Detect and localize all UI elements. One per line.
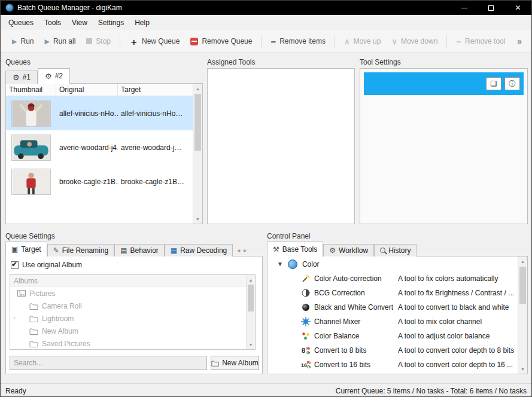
assigned-tools-list[interactable] [207, 68, 355, 224]
tab-history-label: History [388, 246, 411, 255]
table-row[interactable]: brooke-cagle-z1B… brooke-cagle-z1B… [6, 164, 202, 198]
album-search-row: New Album [10, 356, 259, 370]
album-item-lightroom[interactable]: › Lightroom [10, 312, 255, 325]
toolbar-separator [120, 35, 120, 48]
tool-description: A tool to mix color channel [398, 317, 518, 326]
queue-tab-2-label: #2 [55, 72, 63, 80]
tools-list-scrollbar[interactable]: ▲ ▼ [518, 256, 527, 374]
tab-raw-decoding[interactable]: ▦ Raw Decoding [165, 244, 233, 256]
expander-icon[interactable]: › [13, 314, 16, 321]
tab-base-tools[interactable]: ⚒ Base Tools [267, 242, 323, 257]
move-up-button[interactable]: ∧ Move up [339, 34, 387, 48]
scroll-down-arrow[interactable]: ▼ [193, 214, 202, 224]
scroll-up-arrow[interactable]: ▲ [518, 256, 527, 266]
tool-channel-mixer[interactable]: Channel Mixer A tool to mix color channe… [267, 314, 518, 329]
scroll-up-arrow[interactable]: ▲ [247, 275, 255, 285]
new-queue-button[interactable]: ＋ New Queue [124, 34, 185, 49]
tab-history[interactable]: History [374, 244, 417, 256]
table-row[interactable]: allef-vinicius-nHo… allef-vinicius-nHo… [6, 96, 202, 130]
albums-scrollbar[interactable]: ▲ ▼ [246, 275, 255, 349]
tab-behavior-label: Behavior [130, 246, 158, 255]
tab-target-label: Target [21, 245, 41, 254]
column-header-thumbnail[interactable]: Thumbnail [6, 84, 56, 96]
close-button[interactable]: ✕ [504, 1, 531, 15]
menu-settings[interactable]: Settings [93, 16, 129, 29]
new-album-button[interactable]: New Album [211, 356, 259, 370]
queue-table-scrollbar[interactable]: ▲ ▼ [193, 84, 202, 224]
tab-scroll-right-button[interactable]: ▸ [242, 247, 248, 254]
album-item-pictures[interactable]: Pictures [10, 287, 255, 300]
maximize-button[interactable] [478, 1, 504, 15]
scroll-down-arrow[interactable]: ▼ [247, 340, 255, 349]
tool-color-balance[interactable]: Color Balance A tool to adjust color bal… [267, 329, 518, 343]
album-item-camera-roll[interactable]: Camera Roll [10, 300, 255, 312]
tool-black-white-convert[interactable]: Black and White Convert A tool to conver… [267, 300, 518, 314]
scrollbar-thumb[interactable] [519, 267, 526, 304]
photo-thumbnail-1 [11, 100, 51, 127]
remove-queue-button[interactable]: Remove Queue [185, 34, 257, 48]
remove-tool-button[interactable]: − Remove tool [451, 34, 510, 49]
column-header-target[interactable]: Target [118, 84, 184, 96]
minimize-icon [461, 8, 467, 8]
tab-scroll-arrows: ◂ ▸ [235, 244, 248, 256]
album-item-saved-pictures[interactable]: Saved Pictures [10, 337, 255, 350]
scroll-up-arrow[interactable]: ▲ [193, 84, 202, 93]
minus-icon: − [456, 37, 461, 46]
queue-tab-2[interactable]: ⚙ #2 [38, 68, 70, 84]
menu-help[interactable]: Help [129, 16, 155, 29]
move-up-label: Move up [353, 37, 381, 45]
tool-convert-8-bits[interactable]: 8 R G Convert to 8 bits A tool to conver… [267, 343, 518, 358]
tab-behavior[interactable]: ▤ Behavior [114, 244, 165, 256]
play-all-icon: ▶ [44, 38, 49, 45]
info-button[interactable]: ⓘ [504, 77, 520, 90]
convert-8-bits-icon: 8 R G [301, 346, 311, 355]
tool-name: Channel Mixer [314, 317, 394, 326]
target-filename: allef-vinicius-nHo… [118, 109, 184, 118]
tab-target[interactable]: ▣ Target [5, 242, 47, 257]
tools-tree: ▼ Color Color Auto-correction A tool to … [267, 256, 518, 374]
menu-tools[interactable]: Tools [39, 16, 66, 29]
use-original-album-checkbox[interactable]: ✔ [11, 261, 19, 269]
tool-settings-panel: ❏ ⓘ [360, 68, 528, 224]
tool-description: A tool to fix colors automatically [398, 274, 518, 283]
gear-icon: ⚙ [13, 74, 20, 81]
minimize-button[interactable] [451, 1, 478, 15]
scroll-down-arrow[interactable]: ▼ [518, 364, 527, 374]
menu-view[interactable]: View [66, 16, 93, 29]
color-balance-icon [301, 331, 311, 341]
chevron-down-icon: ∨ [391, 38, 397, 45]
use-original-album-row[interactable]: ✔ Use original Album [11, 261, 82, 269]
tab-workflow[interactable]: ⚙ Workflow [323, 244, 374, 256]
run-all-label: Run all [53, 37, 75, 45]
tab-scroll-left-button[interactable]: ◂ [235, 247, 242, 254]
folder-icon [29, 315, 38, 322]
expander-down-icon[interactable]: ▼ [277, 261, 283, 267]
table-row[interactable]: averie-woodard-j4… averie-woodard-j… [6, 130, 202, 164]
category-color[interactable]: ▼ Color [267, 256, 518, 271]
remove-items-button[interactable]: − Remove items [265, 34, 330, 49]
album-item-new-album[interactable]: New Album [10, 325, 255, 337]
run-button[interactable]: ▶ Run [7, 34, 39, 48]
tool-bcg-correction[interactable]: BCG Correction A tool to fix Brightness … [267, 286, 518, 300]
search-input[interactable] [10, 356, 207, 370]
tab-base-tools-label: Base Tools [282, 245, 317, 254]
tool-color-auto-correction[interactable]: Color Auto-correction A tool to fix colo… [267, 271, 518, 286]
column-header-original[interactable]: Original [56, 84, 118, 96]
run-all-button[interactable]: ▶ Run all [39, 34, 81, 48]
tool-description-button[interactable]: ❏ [486, 77, 501, 90]
menubar: Queues Tools View Settings Help [1, 15, 531, 30]
stop-button[interactable]: Stop [81, 34, 116, 48]
tab-file-renaming[interactable]: ✎ File Renaming [47, 244, 114, 256]
toolbar-overflow-button[interactable]: » [513, 34, 525, 48]
new-folder-icon [211, 360, 219, 367]
tool-name: Color Auto-correction [314, 274, 394, 283]
queue-tab-1[interactable]: ⚙ #1 [5, 71, 38, 84]
scrollbar-thumb[interactable] [248, 285, 254, 312]
tool-description: A tool to fix Brightness / Contrast / ..… [398, 289, 518, 297]
scrollbar-thumb[interactable] [194, 94, 201, 151]
move-down-button[interactable]: ∨ Move down [386, 34, 443, 48]
menu-queues[interactable]: Queues [3, 16, 39, 29]
magic-wand-icon [301, 274, 311, 283]
statusbar: Ready Current Queue: 5 items / No tasks … [1, 383, 531, 397]
tool-convert-16-bits[interactable]: 16 R G Convert to 16 bits A tool to conv… [267, 358, 518, 372]
